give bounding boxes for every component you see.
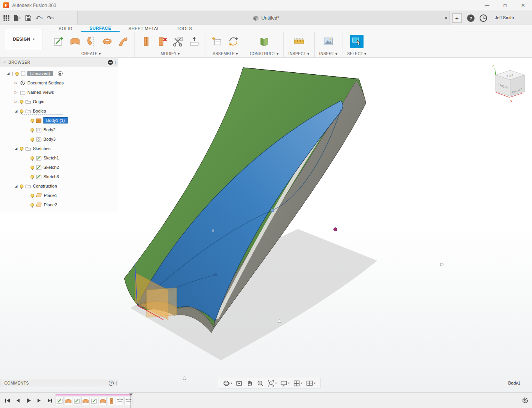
visibility-bulb-icon[interactable]	[20, 100, 23, 104]
visibility-bulb-icon[interactable]	[30, 128, 34, 132]
fit-icon[interactable]: ▾	[267, 380, 277, 387]
close-button[interactable]: ✕	[514, 0, 532, 11]
close-document-tab-button[interactable]: ✕	[442, 14, 450, 21]
browser-item-sketch2[interactable]: Sketch2	[0, 163, 118, 172]
save-button[interactable]	[23, 13, 33, 23]
maximize-button[interactable]: □	[496, 0, 514, 11]
revolve-icon[interactable]	[84, 35, 98, 48]
browser-item-body2[interactable]: Body2	[0, 125, 118, 134]
visibility-bulb-icon[interactable]	[30, 156, 34, 160]
browser-item-body1[interactable]: Body1 (1)	[0, 116, 118, 125]
inspect-group-button[interactable]: INSPECT▾	[288, 52, 310, 56]
viewcube[interactable]: TOP FRONT RIGHT Z X	[492, 64, 525, 103]
orbit-icon[interactable]: ▾	[223, 380, 232, 387]
timeline-patch1-icon[interactable]	[64, 397, 72, 405]
collapse-panel-icon[interactable]: «	[4, 60, 6, 64]
modify-group-button[interactable]: MODIFY▾	[161, 52, 180, 56]
job-status-icon[interactable]	[480, 14, 487, 22]
tab-sheet-metal[interactable]: SHEET METAL	[120, 25, 168, 32]
expand-arrow-icon[interactable]: ▷	[14, 81, 18, 85]
browser-item-root[interactable]: ◢ | (Unsaved)	[0, 69, 118, 78]
sketch-point-blue-1[interactable]	[214, 273, 217, 276]
undo-button[interactable]: ↶ ▾	[34, 13, 44, 23]
visibility-bulb-icon[interactable]	[30, 175, 34, 179]
tab-surface[interactable]: SURFACE	[81, 25, 120, 32]
insert-image-icon[interactable]	[322, 35, 335, 48]
panel-options-icon[interactable]	[108, 60, 113, 65]
activate-component-radio[interactable]	[58, 71, 63, 76]
timeline-sketch3-icon[interactable]	[90, 397, 98, 405]
browser-item-bodies[interactable]: ◢ Bodies	[0, 106, 118, 116]
construct-plane-icon[interactable]	[258, 35, 271, 48]
document-tab[interactable]: Untitled*	[253, 11, 279, 25]
browser-item-construction[interactable]: ◢ Construction	[0, 181, 118, 191]
browser-item-body3[interactable]: Body3	[0, 134, 118, 144]
create-sketch-icon[interactable]	[52, 35, 66, 48]
expand-arrow-icon[interactable]: ▷	[14, 90, 18, 94]
visibility-bulb-icon[interactable]	[20, 147, 23, 150]
redo-button[interactable]: ↷ ▾	[45, 13, 55, 23]
browser-item-plane1[interactable]: Plane1	[0, 191, 118, 200]
sketch-point-blue-3[interactable]	[212, 229, 214, 232]
timeline-step-forward-button[interactable]	[35, 396, 43, 405]
browser-item-origin[interactable]: ▷ Origin	[0, 97, 118, 106]
user-name[interactable]: Jeff Smith	[495, 15, 514, 20]
sketch-point-open-1[interactable]	[440, 263, 443, 266]
expand-arrow-icon[interactable]: ◢	[14, 109, 18, 113]
visibility-bulb-icon[interactable]	[30, 166, 34, 169]
look-at-icon[interactable]	[236, 380, 243, 387]
visibility-bulb-icon[interactable]	[30, 138, 34, 141]
timeline-stitch-icon[interactable]	[107, 397, 115, 405]
panel-grip[interactable]: |	[115, 60, 116, 64]
insert-group-button[interactable]: INSERT▾	[319, 52, 338, 56]
expand-arrow-icon[interactable]: ▷	[14, 100, 18, 104]
minimize-button[interactable]: —	[478, 0, 496, 11]
browser-item-sketch3[interactable]: Sketch3	[0, 172, 118, 181]
timeline-offset1-icon[interactable]	[116, 397, 124, 405]
timeline-position-marker[interactable]	[131, 394, 131, 408]
construct-group-button[interactable]: CONSTRUCT▾	[250, 52, 279, 56]
timeline-go-to-end-button[interactable]	[45, 396, 54, 405]
viewports-icon[interactable]: ▾	[306, 380, 315, 387]
browser-item-sketch1[interactable]: Sketch1	[0, 153, 118, 163]
visibility-bulb-icon[interactable]	[20, 109, 23, 113]
browser-item-sketches[interactable]: ◢ Sketches	[0, 144, 118, 153]
select-group-button[interactable]: SELECT▾	[347, 52, 366, 56]
expand-arrow-icon[interactable]: ◢	[14, 147, 18, 150]
sketch-point-magenta[interactable]	[334, 228, 337, 231]
help-icon[interactable]: ?	[467, 14, 475, 22]
timeline-patch2-icon[interactable]	[81, 397, 90, 405]
file-menu-button[interactable]: ▾	[13, 13, 22, 23]
loft-icon[interactable]	[100, 35, 114, 48]
timeline-sketch2-icon[interactable]	[73, 397, 81, 405]
expand-arrow-icon[interactable]: ◢	[6, 72, 10, 75]
visibility-bulb-icon[interactable]	[15, 72, 19, 75]
timeline-go-to-start-button[interactable]	[3, 396, 12, 405]
timeline-settings-gear-icon[interactable]	[521, 397, 529, 406]
panel-grip[interactable]: |	[116, 381, 117, 385]
timeline-step-back-button[interactable]	[14, 396, 22, 405]
visibility-bulb-icon[interactable]	[20, 184, 23, 188]
add-comment-icon[interactable]: +	[109, 381, 114, 386]
expand-arrow-icon[interactable]: ◢	[14, 184, 18, 188]
pan-icon[interactable]	[246, 380, 253, 387]
display-settings-icon[interactable]: ▾	[280, 380, 290, 387]
tab-solid[interactable]: SOLID	[50, 25, 81, 32]
visibility-bulb-icon[interactable]	[30, 119, 34, 122]
workspace-selector[interactable]: DESIGN ▾	[5, 29, 43, 49]
grid-snap-icon[interactable]: ▾	[293, 380, 303, 387]
select-tool-icon[interactable]	[350, 35, 364, 48]
tab-tools[interactable]: TOOLS	[168, 25, 201, 32]
sketch-point-open-3[interactable]	[183, 377, 186, 380]
create-group-button[interactable]: CREATE▾	[81, 52, 101, 56]
sketch-point-blue-2[interactable]	[271, 209, 274, 212]
timeline-patch3-icon[interactable]	[99, 397, 107, 405]
trim-icon[interactable]	[172, 35, 185, 48]
sweep-icon[interactable]	[116, 35, 130, 48]
app-grid-icon[interactable]	[2, 13, 11, 23]
patch-icon[interactable]	[68, 35, 82, 48]
browser-item-plane2[interactable]: Plane2	[0, 200, 118, 209]
timeline-sketch1-icon[interactable]	[56, 397, 64, 405]
measure-icon[interactable]	[292, 35, 306, 48]
new-document-tab-button[interactable]: +	[452, 13, 462, 23]
